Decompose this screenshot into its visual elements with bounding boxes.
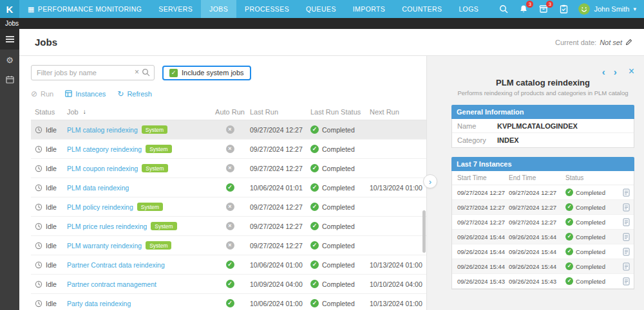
search-icon[interactable] bbox=[498, 4, 509, 14]
current-date-label: Current date: bbox=[555, 39, 596, 46]
instance-log-icon[interactable] bbox=[618, 188, 634, 197]
instance-log-icon[interactable] bbox=[618, 203, 634, 212]
menu-item-queues[interactable]: QUEUES bbox=[298, 0, 345, 18]
instance-row[interactable]: 09/27/2024 12:2709/27/2024 12:27✓Complet… bbox=[452, 200, 634, 215]
last-run-status-cell: ✓Completed bbox=[308, 125, 367, 134]
table-row[interactable]: IdlePartner Contract data reindexing✓10/… bbox=[31, 255, 426, 275]
col-status[interactable]: Status bbox=[31, 108, 63, 116]
instance-log-icon[interactable] bbox=[618, 248, 634, 256]
jobs-list-area: × ✓ Include system jobs ⊘ bbox=[19, 56, 426, 310]
job-name-link[interactable]: Partner Contract data reindexing bbox=[67, 261, 165, 269]
job-status-cell: Idle bbox=[31, 280, 63, 288]
job-name-link[interactable]: PLM coupon reindexing bbox=[67, 165, 138, 172]
table-row[interactable]: IdlePLM policy reindexingSystem×09/27/20… bbox=[31, 197, 426, 217]
col-last-run-status[interactable]: Last Run Status bbox=[308, 108, 367, 116]
col-next-run[interactable]: Next Run bbox=[367, 108, 426, 116]
job-name-link[interactable]: PLM policy reindexing bbox=[67, 203, 133, 211]
job-name-link[interactable]: PLM price rules reindexing bbox=[67, 223, 147, 230]
last-run-cell: 09/27/2024 12:27 bbox=[247, 145, 308, 153]
include-system-jobs-toggle[interactable]: ✓ Include system jobs bbox=[162, 66, 251, 80]
menu-item-jobs[interactable]: JOBS bbox=[201, 0, 236, 18]
instance-log-icon[interactable] bbox=[618, 277, 634, 286]
table-row[interactable]: IdlePLM catalog reindexingSystem×09/27/2… bbox=[31, 120, 426, 140]
instances-table: Start Time End Time Status 09/27/2024 12… bbox=[451, 171, 634, 289]
breadcrumb-label[interactable]: Jobs bbox=[5, 20, 19, 27]
job-status-cell: Idle bbox=[31, 126, 63, 134]
close-panel-icon[interactable]: × bbox=[629, 66, 634, 77]
notifications-bell-icon[interactable]: 3 bbox=[518, 4, 529, 14]
job-name-link[interactable]: Party data reindexing bbox=[67, 300, 131, 307]
instance-start: 09/26/2024 15:44 bbox=[452, 263, 509, 270]
content-row: × ✓ Include system jobs ⊘ bbox=[19, 56, 644, 310]
table-row[interactable]: IdlePLM price rules reindexingSystem×09/… bbox=[31, 217, 426, 236]
next-item-icon[interactable]: › bbox=[614, 67, 617, 77]
instance-row[interactable]: 09/26/2024 15:4409/26/2024 15:44✓Complet… bbox=[452, 244, 634, 259]
current-date-value: Not set bbox=[600, 39, 622, 46]
last-run-cell: 09/27/2024 12:27 bbox=[247, 126, 308, 134]
workspace: ⚙ Jobs Current date: Not set bbox=[0, 29, 644, 310]
job-name-link[interactable]: PLM catalog reindexing bbox=[67, 126, 138, 134]
tasks-clipboard-icon[interactable] bbox=[558, 4, 569, 14]
menu-item-counters[interactable]: COUNTERS bbox=[393, 0, 450, 18]
completed-icon: ✓ bbox=[565, 188, 573, 196]
include-system-jobs-label: Include system jobs bbox=[182, 69, 244, 77]
col-last-run[interactable]: Last Run bbox=[247, 108, 308, 116]
col-auto-run[interactable]: Auto Run bbox=[213, 108, 247, 116]
page-header: Jobs Current date: Not set bbox=[19, 29, 644, 56]
app-root: K ▦PERFORMANCE MONITORINGSERVERSJOBSPROC… bbox=[0, 0, 644, 310]
magnifier-icon[interactable] bbox=[142, 68, 150, 77]
instance-row[interactable]: 09/26/2024 15:4309/26/2024 15:43✓Complet… bbox=[452, 274, 634, 289]
idle-clock-icon bbox=[35, 280, 43, 288]
table-row[interactable]: IdlePLM warranty reindexingSystem×09/27/… bbox=[31, 236, 426, 255]
edit-date-pencil-icon[interactable] bbox=[625, 39, 632, 46]
system-badge: System bbox=[137, 203, 163, 211]
auto-run-cell: ✓ bbox=[213, 183, 247, 192]
user-menu[interactable]: John Smith ▾ bbox=[578, 3, 636, 15]
table-row[interactable]: IdlePLM category reindexingSystem×09/27/… bbox=[31, 140, 426, 159]
instance-row[interactable]: 09/26/2024 15:4409/26/2024 15:44✓Complet… bbox=[452, 259, 634, 274]
panel-collapse-button[interactable]: › bbox=[423, 174, 437, 188]
job-name-link[interactable]: PLM category reindexing bbox=[67, 145, 142, 153]
menu-item-imports[interactable]: IMPORTS bbox=[345, 0, 393, 18]
menu-item-servers[interactable]: SERVERS bbox=[150, 0, 201, 18]
instance-row[interactable]: 09/27/2024 12:2709/27/2024 12:27✓Complet… bbox=[452, 185, 634, 200]
calendar-icon bbox=[6, 75, 14, 86]
app-logo[interactable]: K bbox=[0, 0, 19, 18]
table-row[interactable]: IdleParty data reindexing✓10/06/2024 01:… bbox=[31, 294, 426, 310]
calendar-button[interactable] bbox=[0, 70, 19, 91]
job-name-link[interactable]: PLM warranty reindexing bbox=[67, 242, 142, 250]
info-label: Name bbox=[457, 122, 497, 130]
menu-item-performance-monitoring[interactable]: ▦PERFORMANCE MONITORING bbox=[19, 0, 150, 18]
main-area: Jobs Current date: Not set × bbox=[19, 29, 644, 310]
checkbox-checked-icon[interactable]: ✓ bbox=[169, 69, 178, 77]
settings-button[interactable]: ⚙ bbox=[0, 50, 19, 70]
completed-icon: ✓ bbox=[310, 145, 319, 153]
instance-row[interactable]: 09/27/2024 12:2709/27/2024 12:27✓Complet… bbox=[452, 215, 634, 230]
job-name-cell: Party data reindexing bbox=[63, 300, 213, 307]
table-row[interactable]: IdlePLM data reindexing✓10/06/2024 01:01… bbox=[31, 178, 426, 197]
instance-log-icon[interactable] bbox=[618, 233, 634, 241]
table-row[interactable]: IdlePLM coupon reindexingSystem×09/27/20… bbox=[31, 159, 426, 178]
run-button[interactable]: ⊘ Run bbox=[31, 90, 53, 98]
instance-row[interactable]: 09/26/2024 15:4409/26/2024 15:44✓Complet… bbox=[452, 230, 634, 244]
table-row[interactable]: IdlePartner contract management✓10/09/20… bbox=[31, 275, 426, 294]
instance-end: 09/27/2024 12:27 bbox=[509, 204, 565, 211]
menu-item-logs[interactable]: LOGS bbox=[450, 0, 487, 18]
col-job[interactable]: Job↓ bbox=[63, 108, 213, 116]
menu-item-processes[interactable]: PROCESSES bbox=[236, 0, 298, 18]
prev-item-icon[interactable]: ‹ bbox=[602, 67, 605, 77]
menu-toggle-button[interactable] bbox=[0, 29, 19, 50]
job-name-cell: Partner contract management bbox=[63, 280, 213, 288]
auto-run-cell: × bbox=[213, 241, 247, 250]
job-name-link[interactable]: PLM data reindexing bbox=[67, 184, 129, 192]
instance-log-icon[interactable] bbox=[618, 218, 634, 226]
vertical-scrollbar[interactable] bbox=[422, 210, 426, 253]
clear-filter-icon[interactable]: × bbox=[135, 68, 139, 77]
instance-status: ✓Completed bbox=[565, 233, 618, 241]
modules-box-icon[interactable]: 3 bbox=[538, 4, 549, 14]
instance-log-icon[interactable] bbox=[618, 262, 634, 271]
refresh-button[interactable]: ↻ Refresh bbox=[117, 90, 152, 98]
instances-button[interactable]: Instances bbox=[65, 90, 106, 98]
job-name-link[interactable]: Partner contract management bbox=[67, 280, 156, 288]
menu-item-label: JOBS bbox=[209, 5, 228, 13]
